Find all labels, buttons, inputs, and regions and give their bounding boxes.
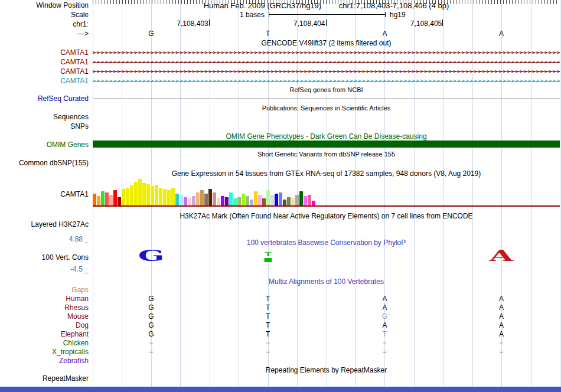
- aligned-base: =: [500, 339, 504, 348]
- aligned-base: =: [500, 348, 504, 357]
- aligned-base: G: [148, 312, 154, 321]
- species-label[interactable]: Rhesus: [0, 303, 89, 312]
- multiz-track-title[interactable]: Multiz Alignments of 100 Vertebrates: [93, 277, 560, 286]
- aligned-base: =: [266, 339, 270, 348]
- species-label[interactable]: Zebrafish: [0, 357, 89, 365]
- aligned-base: A: [382, 303, 387, 312]
- aligned-base: A: [382, 295, 387, 303]
- aligned-base: =: [149, 339, 153, 348]
- species-label[interactable]: Chicken: [0, 339, 89, 348]
- aligned-base: G: [382, 312, 387, 321]
- genome-browser: Window Position Human Feb. 2009 (GRCh37/…: [0, 0, 561, 392]
- bottom-blue-bar: [0, 387, 561, 392]
- aligned-base: A: [382, 321, 387, 330]
- aligned-base: =: [149, 348, 153, 357]
- aligned-base: G: [148, 295, 154, 303]
- aligned-base: A: [499, 321, 504, 330]
- alignment-row-human[interactable]: HumanGTAA: [0, 295, 561, 303]
- phylop-min-value: -4.5 _: [0, 265, 89, 273]
- gaps-label[interactable]: Gaps: [0, 286, 89, 294]
- aligned-base: G: [148, 303, 154, 312]
- aligned-base: T: [383, 330, 387, 339]
- aligned-base: G: [148, 330, 154, 339]
- aligned-base: T: [266, 295, 270, 303]
- aligned-base: =: [383, 339, 387, 348]
- phylop-letter: G: [138, 248, 164, 263]
- repeatmasker-label[interactable]: RepeatMasker: [0, 374, 89, 383]
- phylop-letter: T: [264, 252, 272, 262]
- aligned-base: T: [266, 321, 270, 330]
- aligned-base: =: [266, 348, 270, 357]
- alignment-row-mouse[interactable]: MouseGTGA: [0, 312, 561, 321]
- aligned-base: A: [499, 295, 504, 303]
- aligned-base: T: [266, 312, 270, 321]
- species-label[interactable]: Elephant: [0, 330, 89, 339]
- aligned-base: G: [148, 321, 154, 330]
- alignment-row-elephant[interactable]: ElephantGTTA: [0, 330, 561, 339]
- aligned-base: T: [266, 303, 270, 312]
- alignment-row-zebrafish[interactable]: Zebrafish: [0, 357, 561, 365]
- alignment-row-chicken[interactable]: Chicken====: [0, 339, 561, 348]
- species-label[interactable]: Mouse: [0, 312, 89, 321]
- phylop-letter: A: [490, 248, 513, 263]
- species-label[interactable]: Human: [0, 295, 89, 303]
- aligned-base: T: [266, 330, 270, 339]
- aligned-base: A: [499, 303, 504, 312]
- aligned-base: A: [499, 312, 504, 321]
- alignment-row-rhesus[interactable]: RhesusGTAA: [0, 303, 561, 312]
- aligned-base: =: [383, 348, 387, 357]
- species-label[interactable]: X_tropicalis: [0, 348, 89, 357]
- aligned-base: A: [499, 330, 504, 339]
- alignment-row-dog[interactable]: DogGTAA: [0, 321, 561, 330]
- species-label[interactable]: Dog: [0, 321, 89, 330]
- repeatmasker-track-title[interactable]: Repeating Elements by RepeatMasker: [93, 366, 560, 374]
- alignment-row-x_tropicalis[interactable]: X_tropicalis====: [0, 348, 561, 357]
